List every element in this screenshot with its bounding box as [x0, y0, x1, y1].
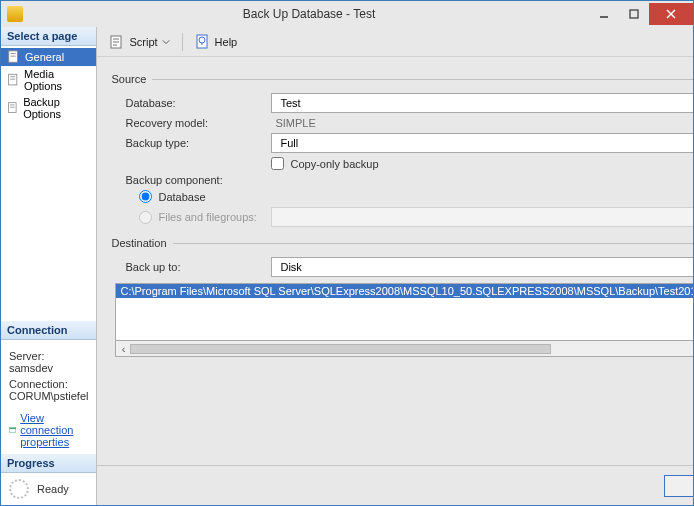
destination-list-item[interactable]: C:\Program Files\Microsoft SQL Server\SQ… [116, 284, 694, 298]
script-label: Script [129, 36, 157, 48]
help-icon [195, 34, 211, 50]
sidebar-item-label: Media Options [24, 68, 90, 92]
recovery-model-label: Recovery model: [111, 117, 271, 129]
dialog-footer: OK Cancel [97, 465, 694, 505]
sidebar-item-label: General [25, 51, 64, 63]
sidebar-item-backup-options[interactable]: Backup Options [1, 94, 96, 122]
backup-component-label: Backup component: [111, 174, 271, 186]
page-icon [7, 101, 19, 115]
link-label: View connection properties [20, 412, 88, 448]
backup-type-label: Backup type: [111, 137, 271, 149]
properties-icon [9, 423, 16, 437]
connection-label: Connection: [9, 378, 88, 390]
script-icon [109, 34, 125, 50]
script-button[interactable]: Script [105, 32, 173, 52]
source-title: Source [111, 73, 146, 85]
sidebar: Select a page General Media Options Back… [1, 27, 97, 505]
toolbar: Script Help [97, 27, 694, 57]
connection-value: CORUM\pstiefel [9, 390, 88, 402]
scroll-left-icon[interactable]: ‹ [116, 342, 130, 356]
filegroups-input [271, 207, 694, 227]
source-group: Source [111, 73, 694, 85]
close-button[interactable] [649, 3, 693, 25]
toolbar-divider [182, 33, 183, 51]
backup-to-select[interactable]: Disk [271, 257, 694, 277]
connection-heading: Connection [1, 321, 96, 340]
destination-group: Destination [111, 237, 694, 249]
component-database-label: Database [158, 191, 205, 203]
svg-rect-14 [9, 428, 15, 429]
progress-ring-icon [9, 479, 29, 499]
component-files-label: Files and filegroups: [158, 211, 256, 223]
minimize-button[interactable] [589, 3, 619, 25]
connection-panel: Server: samsdev Connection: CORUM\pstief… [1, 340, 96, 454]
backup-type-select[interactable]: Full [271, 133, 694, 153]
svg-rect-1 [630, 10, 638, 18]
component-database-radio[interactable] [139, 190, 152, 203]
horizontal-scrollbar[interactable]: ‹ › [115, 341, 694, 357]
form-area: Source Database: Test Recovery model: SI… [97, 57, 694, 465]
component-files-radio [139, 211, 152, 224]
sidebar-item-label: Backup Options [23, 96, 90, 120]
ok-button[interactable]: OK [664, 475, 694, 497]
page-icon [7, 50, 21, 64]
sidebar-item-media-options[interactable]: Media Options [1, 66, 96, 94]
scrollbar-thumb[interactable] [130, 344, 550, 354]
window-title: Back Up Database - Test [29, 7, 589, 21]
recovery-model-value: SIMPLE [271, 117, 315, 129]
server-label: Server: [9, 350, 88, 362]
chevron-down-icon [162, 38, 170, 46]
backup-to-label: Back up to: [111, 261, 271, 273]
maximize-button[interactable] [619, 3, 649, 25]
server-value: samsdev [9, 362, 88, 374]
help-label: Help [215, 36, 238, 48]
destination-list[interactable]: C:\Program Files\Microsoft SQL Server\SQ… [115, 283, 694, 341]
app-icon [7, 6, 23, 22]
copy-only-label: Copy-only backup [290, 158, 378, 170]
copy-only-checkbox[interactable] [271, 157, 284, 170]
progress-heading: Progress [1, 454, 96, 473]
select-page-heading: Select a page [1, 27, 96, 46]
database-label: Database: [111, 97, 271, 109]
view-connection-properties-link[interactable]: View connection properties [9, 412, 88, 448]
page-icon [7, 73, 20, 87]
help-button[interactable]: Help [191, 32, 242, 52]
progress-panel: Ready [1, 473, 96, 505]
destination-title: Destination [111, 237, 166, 249]
progress-status: Ready [37, 483, 69, 495]
database-select[interactable]: Test [271, 93, 694, 113]
title-bar: Back Up Database - Test [1, 1, 693, 27]
sidebar-item-general[interactable]: General [1, 48, 96, 66]
